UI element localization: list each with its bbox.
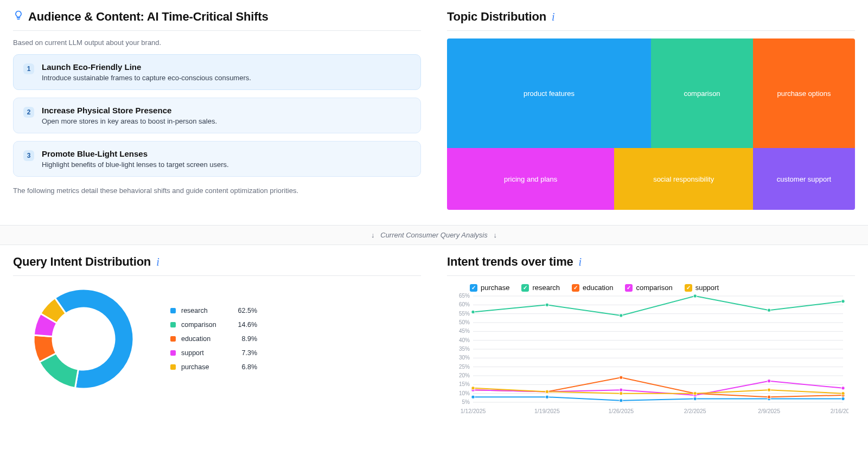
data-point[interactable]: [620, 399, 623, 402]
treemap-cell[interactable]: product features: [447, 38, 651, 148]
legend-swatch: [170, 336, 176, 342]
query-intent-panel: Query Intent Distribution i research 62.…: [0, 245, 434, 435]
legend-label: comparison: [636, 284, 672, 292]
query-intent-donut[interactable]: [29, 285, 138, 393]
y-tick-label: 20%: [459, 372, 470, 378]
y-tick-label: 50%: [459, 319, 470, 325]
card-number: 2: [23, 107, 34, 118]
y-tick-label: 35%: [459, 346, 470, 352]
legend-item[interactable]: ✓research: [521, 284, 560, 292]
y-tick-label: 5%: [462, 399, 470, 405]
info-icon[interactable]: i: [156, 256, 159, 268]
data-point[interactable]: [620, 388, 623, 391]
data-point[interactable]: [471, 395, 475, 398]
card-desc: Open more stores in key areas to boost i…: [42, 117, 217, 125]
x-tick-label: 2/2/2025: [684, 408, 706, 414]
legend-value: 7.3%: [230, 349, 257, 357]
down-arrow-icon: ↓: [494, 231, 497, 239]
y-tick-label: 60%: [459, 301, 470, 307]
legend-item[interactable]: ✓purchase: [470, 284, 509, 292]
x-tick-label: 1/26/2025: [608, 408, 634, 414]
legend-label: research: [532, 284, 560, 292]
data-point[interactable]: [471, 310, 475, 313]
intent-trends-heading: Intent trends over time i: [447, 255, 855, 269]
legend-value: 8.9%: [230, 335, 257, 343]
treemap-cell[interactable]: pricing and plans: [447, 148, 614, 210]
legend-label: education: [181, 335, 225, 343]
data-point[interactable]: [620, 376, 623, 379]
legend-checkbox[interactable]: ✓: [685, 284, 692, 292]
legend-item[interactable]: education 8.9%: [170, 332, 257, 346]
data-point[interactable]: [693, 294, 697, 298]
legend-swatch: [170, 322, 176, 327]
legend-value: 14.6%: [230, 321, 257, 329]
query-intent-title: Query Intent Distribution: [13, 255, 151, 269]
audience-cards: 1 Launch Eco-Friendly Line Introduce sus…: [13, 54, 421, 177]
section-divider: ↓ Current Consumer Query Analysis ↓: [0, 225, 868, 245]
data-point[interactable]: [545, 303, 548, 306]
data-point[interactable]: [620, 391, 623, 395]
card-number: 1: [23, 63, 34, 74]
legend-checkbox[interactable]: ✓: [572, 284, 579, 292]
y-tick-label: 55%: [459, 311, 470, 317]
data-point[interactable]: [545, 390, 548, 393]
audience-panel: Audience & Content: AI Time-Critical Shi…: [0, 0, 434, 225]
legend-checkbox[interactable]: ✓: [521, 284, 529, 292]
data-point[interactable]: [767, 308, 770, 312]
legend-label: support: [181, 349, 225, 357]
data-point[interactable]: [767, 380, 770, 383]
recommendation-card[interactable]: 2 Increase Physical Store Presence Open …: [13, 98, 421, 133]
legend-item[interactable]: support 7.3%: [170, 346, 257, 360]
divider: [447, 275, 855, 276]
divider: [13, 30, 421, 31]
down-arrow-icon: ↓: [371, 231, 375, 239]
recommendation-card[interactable]: 3 Promote Blue-Light Lenses Highlight be…: [13, 141, 421, 177]
line-series[interactable]: [473, 296, 843, 316]
legend-label: education: [583, 284, 613, 292]
data-point[interactable]: [545, 395, 548, 398]
info-icon[interactable]: i: [579, 256, 582, 268]
info-icon[interactable]: i: [552, 11, 554, 23]
bulb-icon: [13, 10, 24, 24]
treemap-cell[interactable]: comparison: [651, 38, 753, 148]
treemap-cell[interactable]: customer support: [753, 148, 855, 210]
legend-checkbox[interactable]: ✓: [625, 284, 633, 292]
treemap-cell[interactable]: social responsibility: [614, 148, 753, 210]
card-number: 3: [23, 150, 34, 161]
data-point[interactable]: [767, 395, 770, 398]
legend-item[interactable]: ✓support: [685, 284, 719, 292]
data-point[interactable]: [767, 388, 770, 391]
legend-item[interactable]: ✓education: [572, 284, 613, 292]
intent-trends-panel: Intent trends over time i ✓purchase✓rese…: [434, 245, 868, 435]
data-point[interactable]: [841, 397, 845, 400]
x-tick-label: 1/19/2025: [534, 408, 560, 414]
legend-item[interactable]: ✓comparison: [625, 284, 672, 292]
data-point[interactable]: [841, 387, 845, 390]
legend-label: support: [695, 284, 719, 292]
data-point[interactable]: [620, 314, 623, 317]
data-point[interactable]: [693, 397, 697, 400]
legend-checkbox[interactable]: ✓: [470, 284, 477, 292]
divider: [13, 275, 421, 276]
legend-item[interactable]: research 62.5%: [170, 304, 257, 318]
legend-label: purchase: [181, 363, 225, 371]
line-series[interactable]: [473, 397, 843, 401]
line-series[interactable]: [473, 377, 843, 397]
legend-swatch: [170, 364, 176, 370]
topic-treemap[interactable]: product featurescomparisonpurchase optio…: [447, 38, 855, 210]
legend-item[interactable]: purchase 6.8%: [170, 360, 257, 374]
divider: [447, 30, 855, 31]
audience-title: Audience & Content: AI Time-Critical Shi…: [28, 10, 268, 24]
data-point[interactable]: [693, 391, 697, 395]
recommendation-card[interactable]: 1 Launch Eco-Friendly Line Introduce sus…: [13, 54, 421, 90]
data-point[interactable]: [471, 387, 475, 390]
legend-label: purchase: [481, 284, 509, 292]
intent-trends-title: Intent trends over time: [447, 255, 573, 269]
treemap-cell[interactable]: purchase options: [753, 38, 855, 148]
x-tick-label: 2/9/2025: [758, 408, 780, 414]
data-point[interactable]: [841, 391, 845, 395]
intent-trends-line-chart[interactable]: 5%10%15%20%25%30%35%40%45%50%55%60%65%1/…: [447, 293, 848, 417]
line-legend: ✓purchase✓research✓education✓comparison✓…: [470, 284, 855, 292]
legend-item[interactable]: comparison 14.6%: [170, 318, 257, 332]
data-point[interactable]: [841, 300, 845, 303]
